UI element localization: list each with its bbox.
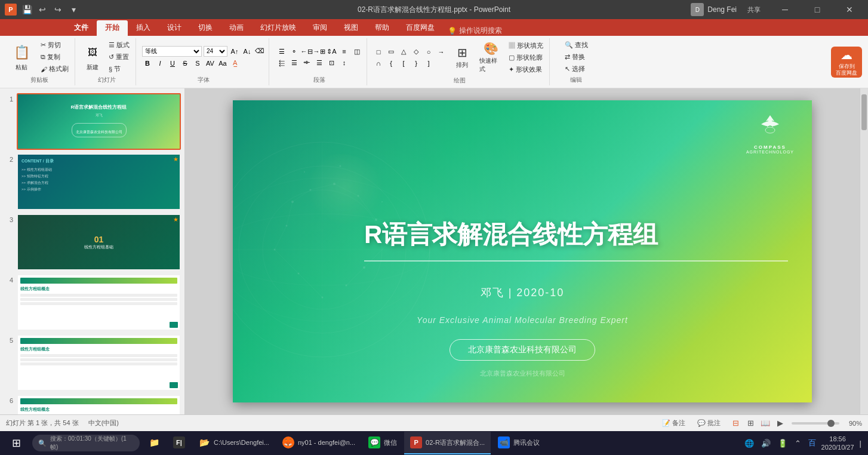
columns-button[interactable]: ⊡	[327, 57, 337, 68]
slide-main-title[interactable]: R语言求解混合线性方程组	[364, 220, 788, 250]
strikethrough-button[interactable]: S	[180, 58, 190, 69]
share-button[interactable]: 共享	[741, 0, 767, 19]
tab-file[interactable]: 文件	[66, 20, 97, 36]
scrollbar-thumb[interactable]	[861, 94, 867, 130]
layout-button[interactable]: ☰ 版式	[106, 39, 132, 51]
save-quick-icon[interactable]: 💾	[20, 3, 33, 16]
text-shadow-button[interactable]: S	[192, 58, 203, 69]
italic-button[interactable]: I	[155, 58, 165, 69]
bold-button[interactable]: B	[142, 58, 153, 69]
taskbar-app-tencent[interactable]: 📹 腾讯会议	[492, 432, 546, 454]
maximize-button[interactable]: □	[804, 0, 831, 19]
search-commands[interactable]: 💡操作说明搜索	[443, 26, 507, 36]
slide-thumbnail-5[interactable]: 线性方程组概念	[17, 334, 181, 391]
arrange-button[interactable]: ⊞ 排列	[449, 44, 475, 71]
zoom-slider-thumb[interactable]	[827, 420, 835, 427]
taskbar-app-fontbase[interactable]: F|	[167, 432, 191, 454]
tab-animations[interactable]: 动画	[221, 20, 252, 36]
slide-tagline[interactable]: Your Exclusive Animal Molecular Breeding…	[233, 315, 812, 325]
zoom-slider[interactable]	[792, 422, 839, 425]
brace-shape[interactable]: {	[386, 58, 396, 69]
network-icon[interactable]: 🌐	[743, 439, 756, 448]
circle-shape[interactable]: ○	[423, 47, 434, 57]
taskbar-app-explorer[interactable]: 📁	[142, 432, 166, 454]
tab-baiducloud[interactable]: 百度网盘	[398, 20, 443, 36]
show-desktop-button[interactable]: |	[858, 439, 863, 448]
shape-effects-button[interactable]: ✦ 形状效果	[506, 64, 546, 75]
section-button[interactable]: § 节	[106, 63, 132, 75]
clear-format-button[interactable]: ⌫	[254, 46, 265, 57]
customize-icon[interactable]: ▾	[67, 3, 80, 16]
undo-icon[interactable]: ↩	[36, 3, 49, 16]
tab-slideshow[interactable]: 幻灯片放映	[252, 20, 304, 36]
find-button[interactable]: 🔍 查找	[562, 39, 590, 51]
tab-help[interactable]: 帮助	[367, 20, 398, 36]
font-family-select[interactable]: 等线	[142, 46, 202, 57]
font-color-button[interactable]: A̲	[230, 58, 241, 69]
justify-button[interactable]: ☰	[314, 57, 325, 68]
slide-thumbnail-6[interactable]: 线性方程组概念	[17, 395, 181, 414]
system-clock[interactable]: 18:56 2020/10/27	[821, 435, 854, 452]
replace-button[interactable]: ⇄ 替换	[562, 51, 590, 63]
bullets-button[interactable]: ☰	[276, 46, 287, 57]
line-spacing-button[interactable]: ↕	[339, 57, 350, 68]
comments-button[interactable]: 💬 批注	[694, 417, 724, 429]
minimize-button[interactable]: ─	[771, 0, 799, 19]
volume-icon[interactable]: 🔊	[759, 439, 772, 448]
tab-insert[interactable]: 插入	[128, 20, 159, 36]
font-decrease-button[interactable]: A↓	[242, 46, 253, 57]
rounded-rect-shape[interactable]: ▭	[386, 47, 396, 57]
notes-button[interactable]: 📝 备注	[658, 417, 689, 429]
tab-design[interactable]: 设计	[159, 20, 190, 36]
tab-view[interactable]: 视图	[335, 20, 367, 36]
tab-review[interactable]: 审阅	[304, 20, 335, 36]
new-slide-button[interactable]: 🖼 新建	[81, 41, 104, 73]
slide-canvas[interactable]: COMPASS AGRITECHNOLOGY R语言求解混合线性方程组 邓飞 |…	[233, 100, 812, 402]
shape-fill-button[interactable]: ▥ 形状填充	[506, 40, 546, 51]
caret-icon[interactable]: ⌃	[793, 439, 803, 448]
underline-button[interactable]: U	[167, 58, 178, 69]
taskbar-app-folder[interactable]: 📂 C:\Users\Dengfei...	[192, 432, 275, 454]
tab-home[interactable]: 开始	[97, 20, 128, 36]
format-painter-button[interactable]: 🖌 格式刷	[38, 63, 71, 75]
normal-view-button[interactable]: ⊟	[729, 417, 742, 430]
font-increase-button[interactable]: A↑	[229, 46, 240, 57]
slide-company-button[interactable]: 北京康普森农业科技有限公司	[450, 339, 595, 361]
slide-thumbnail-2[interactable]: ★ CONTENT / 目录 >> 线性方程组基础 >> 矩阵特征方程 >> 求…	[17, 153, 181, 210]
text-direction-button[interactable]: ⇕A	[327, 46, 337, 57]
curly2-shape[interactable]: }	[411, 58, 421, 69]
rect-shape[interactable]: □	[373, 47, 384, 57]
char-spacing-button[interactable]: AV	[205, 58, 216, 69]
align-center-button[interactable]: ☰	[289, 57, 300, 68]
curve-shape[interactable]: ∩	[373, 58, 384, 69]
font-size-select[interactable]: 24	[204, 46, 227, 57]
quick-styles-button[interactable]: 🎨 快速样式	[478, 39, 504, 75]
bracket2-shape[interactable]: ]	[423, 58, 434, 69]
select-button[interactable]: ↖ 选择	[562, 63, 590, 75]
redo-icon[interactable]: ↪	[51, 3, 64, 16]
reset-button[interactable]: ↺ 重置	[106, 51, 132, 63]
taskbar-app-wechat[interactable]: 💬 微信	[362, 432, 403, 454]
baidu-pinyin-icon[interactable]: 百	[807, 438, 818, 448]
slide-thumbnail-4[interactable]: 线性方程组概念	[17, 274, 181, 331]
bracket-shape[interactable]: [	[398, 58, 409, 69]
slide-sorter-button[interactable]: ⊞	[744, 417, 757, 430]
taskbar-app-ppt[interactable]: P 02-R语言求解混合...	[404, 432, 491, 454]
numbering-button[interactable]: ⚬	[289, 46, 300, 57]
slide-thumbnail-3[interactable]: ★ 01 线性方程组基础	[17, 214, 181, 270]
font-case-button[interactable]: Aa	[217, 58, 228, 69]
tab-transitions[interactable]: 切换	[190, 20, 221, 36]
diamond-shape[interactable]: ◇	[411, 47, 421, 57]
paste-button[interactable]: 📋 粘贴	[7, 41, 36, 73]
start-button[interactable]: ⊞	[4, 431, 29, 455]
align-text-button[interactable]: ≡	[339, 46, 350, 57]
triangle-shape[interactable]: △	[398, 47, 409, 57]
close-button[interactable]: ✕	[836, 0, 863, 19]
battery-icon[interactable]: 🔋	[776, 439, 789, 448]
align-left-button[interactable]: ⬱	[276, 57, 287, 68]
arrow-shape[interactable]: →	[436, 47, 447, 57]
copy-button[interactable]: ⧉ 复制	[38, 51, 71, 63]
cut-button[interactable]: ✂ 剪切	[38, 39, 71, 51]
slide-thumbnail-1[interactable]: R语言求解混合线性方程组 邓飞 北京康普森农业科技有限公司	[17, 93, 181, 150]
save-to-baidu-button[interactable]: ☁ 保存到百度网盘	[831, 47, 862, 78]
